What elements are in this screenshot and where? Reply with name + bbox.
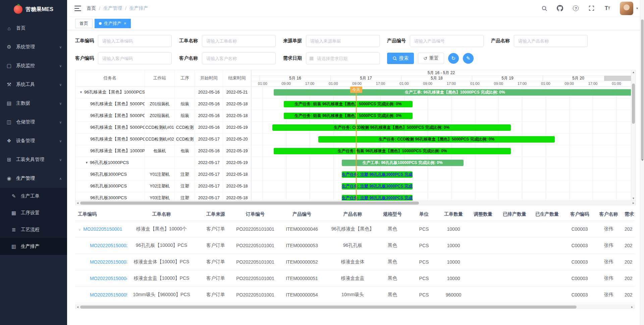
gantt-bar[interactable]: 生产任务: 组装 96孔移液盒【黑色】5000PCS 完成比例: 0% [284, 113, 413, 119]
sidebar-item-process-setting[interactable]: ▦工序设置 [0, 205, 67, 221]
tree-expand-icon[interactable]: ▼ [79, 91, 83, 94]
gantt-task-process: 包装 [175, 145, 195, 157]
gantt-bar[interactable]: 生产任务: 注塑 96孔孔板3000PCS 完成比例: 0% [342, 171, 413, 178]
scroll-down-icon[interactable]: ▼ [631, 196, 636, 201]
scroll-right-icon[interactable]: ► [631, 201, 636, 205]
orders-cell-scheduled_qty [499, 237, 530, 254]
gantt-bar[interactable]: 生产任务: CCD检测 96孔移液盒【黑色】5000PCS 完成比例: 0% [318, 136, 555, 143]
user-avatar[interactable] [620, 2, 633, 15]
calendar-icon: ▦ [309, 55, 314, 61]
page-vscroll-thumb[interactable] [641, 19, 644, 160]
sidebar-item-process-flow[interactable]: ≣工艺流程 [0, 221, 67, 238]
gantt-timeline: 5月 16 - 5月 22 5月 165月 175月 185月 195月 20 … [252, 70, 631, 201]
scroll-down-icon[interactable]: ▼ [640, 158, 644, 162]
gantt-vertical-scrollbar[interactable]: ▲ ▼ [631, 70, 636, 201]
work-order-link[interactable]: MO202205150004 [90, 276, 127, 281]
gantt-bar[interactable]: 生产任务: CCD检测 96孔移液盒【黑色】5000PCS 完成比例: 0% [272, 124, 511, 131]
gantt-bar[interactable]: 生产任务: 组装 96孔移液盒【黑色】5000PCS 完成比例: 0% [284, 101, 413, 107]
orders-cell-produced_qty [530, 286, 564, 303]
sidebar-item-home[interactable]: ⌂首页 [0, 19, 67, 38]
orders-cell-order_no: PO202205101001 [235, 254, 275, 270]
scroll-up-icon[interactable]: ▲ [631, 70, 636, 74]
orders-cell-name: 移液盒盒盖【10000】PCS [127, 270, 196, 286]
today-line [356, 87, 357, 201]
gantt-column-header: 开始时间 [195, 70, 223, 86]
tools-icon: ⚒ [5, 82, 13, 88]
orders-horizontal-scrollbar[interactable]: ◄ ► [75, 305, 635, 309]
sidebar-item-system-tools[interactable]: ⚒系统工具∨ [0, 75, 67, 94]
sidebar-item-production[interactable]: ◉生产管理∧ [0, 169, 67, 188]
gantt-horizontal-scrollbar[interactable]: ◄ ► [75, 201, 636, 205]
gantt-bar[interactable]: 生产任务: 包装 96孔移液盒【黑色】10000PCS 完成比例: 0% [274, 148, 511, 154]
gantt-gridline [546, 87, 546, 201]
sidebar-item-warehouse[interactable]: ◫仓储管理∨ [0, 113, 67, 131]
edit-button[interactable]: ✎ [463, 53, 474, 64]
gantt-hour-label: 17:00 [588, 81, 598, 86]
gantt-hour-label: 09:00 [352, 81, 362, 86]
gantt-bar[interactable]: 生产任务: 注塑 96孔孔板3000PCS 完成比例: 0% [342, 183, 413, 189]
gantt-range-label: 5月 16 - 5月 22 [252, 70, 631, 76]
chevron-up-icon: ∧ [59, 177, 62, 180]
filter-input-work-order-code[interactable] [98, 35, 172, 47]
gantt-vscroll-thumb[interactable] [632, 84, 635, 124]
filter-input-product-name[interactable] [514, 35, 588, 47]
filter-input-work-order-name[interactable] [202, 35, 276, 47]
scroll-left-icon[interactable]: ◄ [75, 201, 80, 205]
orders-hscroll-thumb[interactable] [80, 306, 577, 309]
tab-close-icon[interactable]: × [124, 21, 126, 25]
orders-cell-code: MO202205150003 [75, 254, 127, 270]
scroll-right-icon[interactable]: ► [630, 305, 634, 309]
filter-input-product-code[interactable] [410, 35, 484, 47]
work-order-link[interactable]: MO202205150003 [90, 259, 127, 265]
breadcrumb-item[interactable]: 首页 [87, 5, 96, 11]
search-icon[interactable] [541, 5, 548, 12]
work-order-link[interactable]: MO202205150001 [83, 226, 122, 232]
filter-input-demand-date[interactable] [306, 52, 380, 64]
sidebar-item-equipment[interactable]: ❖设备管理∨ [0, 131, 67, 150]
gantt-unloaded-block [604, 76, 631, 81]
orders-cell-customer_code: C00003 [564, 286, 595, 303]
help-icon[interactable]: ? [573, 5, 579, 12]
row-expand-icon[interactable]: ∨ [78, 228, 81, 231]
filter-label-work-order-code: 工单编码 [75, 38, 94, 44]
avatar-dropdown-caret[interactable]: ▾ [636, 6, 638, 10]
reset-button[interactable]: ↺ 重置 [418, 53, 444, 64]
page-vertical-scrollbar[interactable]: ▼ [640, 0, 644, 325]
tab-首页[interactable]: 首页 [75, 19, 93, 28]
filter-input-customer-code[interactable] [98, 52, 172, 64]
github-icon[interactable] [557, 5, 564, 12]
sidebar-item-system-admin[interactable]: ⚙系统管理∨ [0, 38, 67, 56]
orders-column-header: 产品编号 [275, 208, 329, 221]
sidebar-toggle-icon[interactable] [74, 6, 81, 11]
orders-cell-product: 10mm吸头 [329, 286, 377, 303]
sidebar-item-label: 首页 [16, 25, 62, 31]
filter-input-source-doc[interactable] [306, 35, 380, 47]
font-size-icon[interactable]: TT [604, 5, 611, 12]
orders-cell-adjust_qty [467, 270, 499, 286]
sidebar-item-production-schedule[interactable]: ▥生产排产 [0, 238, 67, 255]
work-order-link[interactable]: MO202205150002 [90, 243, 127, 248]
sidebar-item-fixture[interactable]: ⊞工装夹具管理∨ [0, 150, 67, 169]
gantt-gridline [498, 87, 499, 201]
scroll-left-icon[interactable]: ◄ [75, 305, 80, 309]
breadcrumb-item[interactable]: 生产管理 [103, 5, 122, 11]
fullscreen-icon[interactable] [588, 5, 595, 12]
gantt-timeline-header: 5月 16 - 5月 22 5月 165月 175月 185月 195月 20 … [252, 70, 631, 87]
tree-expand-icon[interactable]: ▼ [85, 161, 88, 164]
work-order-link[interactable]: MO202205150005 [90, 292, 127, 297]
sidebar-item-system-monitor[interactable]: ▢系统监控∨ [0, 56, 67, 75]
gantt-task-row: 96孔移液盒【黑色】5000PCSZ01组装机组装2022-05-162022-… [75, 98, 251, 110]
gantt-bar[interactable]: 生产工单: 96孔孔板10000PCS 完成比例: 0% [342, 160, 464, 166]
orders-cell-name: 96孔孔板【10000】PCS [127, 237, 196, 254]
filter-input-customer-name[interactable] [202, 52, 276, 64]
sidebar-item-production-order[interactable]: ✎生产工单 [0, 188, 67, 205]
search-button[interactable]: 搜索 [387, 53, 414, 64]
gantt-hscroll-thumb[interactable] [80, 202, 419, 205]
orders-column-header: 已生产数量 [530, 208, 564, 221]
sidebar-item-master-data[interactable]: ▤主数据∨ [0, 94, 67, 113]
refresh-button[interactable]: ↻ [448, 53, 459, 64]
gantt-bar[interactable]: 生产任务: 注塑 96孔孔板3000PCS 完成比例: 0% [342, 195, 413, 201]
gantt-bar[interactable]: 生产工单: 96孔移液盒【黑色】10000PCS 完成比例: 0% [274, 89, 631, 96]
tab-生产排产[interactable]: 生产排产× [95, 19, 131, 28]
gantt-task-station: Y02注塑机 [145, 180, 175, 192]
